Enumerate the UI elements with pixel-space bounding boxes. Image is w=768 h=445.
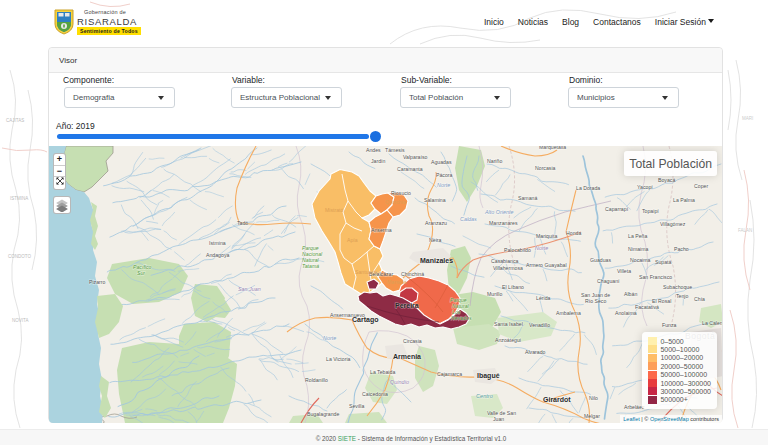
svg-text:Chaguaní: Chaguaní	[597, 278, 620, 284]
svg-text:Pereira: Pereira	[395, 302, 419, 309]
svg-text:Pacho: Pacho	[674, 246, 689, 252]
svg-text:Norte: Norte	[323, 335, 336, 341]
svg-text:Caparrapí: Caparrapí	[605, 206, 629, 212]
svg-text:Nevados: Nevados	[451, 315, 472, 321]
svg-text:Quinchía: Quinchía	[385, 199, 406, 205]
svg-text:Juan: Juan	[493, 416, 504, 422]
svg-text:MARI: MARI	[742, 116, 753, 121]
svg-text:La Peña: La Peña	[628, 233, 647, 239]
svg-text:Nimaima: Nimaima	[628, 246, 649, 252]
svg-text:Facatativá: Facatativá	[635, 304, 659, 310]
svg-text:Honda: Honda	[566, 230, 581, 236]
svg-text:Neira: Neira	[429, 237, 442, 243]
svg-text:Mistrató: Mistrató	[325, 207, 344, 213]
svg-text:Albán: Albán	[624, 291, 637, 297]
svg-text:Apía: Apía	[347, 237, 358, 243]
svg-text:Topaipí: Topaipí	[642, 208, 659, 214]
svg-text:Girardot: Girardot	[543, 396, 571, 403]
svg-text:Manizales: Manizales	[420, 257, 453, 264]
svg-text:La Tebaida: La Tebaida	[370, 369, 395, 375]
svg-text:Guaduas: Guaduas	[590, 257, 611, 263]
svg-text:Bugalagrande: Bugalagrande	[307, 411, 339, 417]
svg-text:Norcasia: Norcasia	[535, 165, 556, 171]
svg-text:Nilo: Nilo	[589, 395, 598, 401]
svg-text:Aguadas: Aguadas	[431, 159, 452, 165]
svg-text:Armenia: Armenia	[393, 353, 421, 360]
svg-text:ISTMINA: ISTMINA	[10, 196, 28, 201]
svg-text:Anzoátegui: Anzoátegui	[495, 337, 521, 343]
svg-text:Santa Isabel: Santa Isabel	[494, 321, 523, 327]
svg-text:Marsella: Marsella	[387, 279, 407, 285]
svg-text:Tenjo: Tenjo	[676, 293, 689, 299]
svg-text:Salamina: Salamina	[424, 197, 446, 203]
svg-text:Venadillo: Venadillo	[529, 322, 550, 328]
svg-text:San Francisco: San Francisco	[639, 274, 672, 280]
svg-text:Támesis: Támesis	[385, 147, 405, 153]
svg-text:Samaná: Samaná	[518, 195, 537, 201]
svg-text:Melgar: Melgar	[584, 413, 600, 419]
svg-text:CAJITAS: CAJITAS	[6, 118, 24, 123]
svg-text:Boyacá: Boyacá	[658, 177, 675, 183]
svg-text:Villagómez: Villagómez	[660, 221, 686, 227]
svg-text:La Palma: La Palma	[673, 197, 695, 203]
svg-text:La Dorada: La Dorada	[576, 185, 600, 191]
svg-text:Coper: Coper	[694, 183, 708, 189]
svg-text:Istmina: Istmina	[209, 240, 226, 246]
svg-text:Yacopí: Yacopí	[637, 184, 653, 190]
svg-text:Aranzazu: Aranzazu	[425, 220, 447, 226]
svg-text:Tatamá: Tatamá	[302, 263, 319, 269]
svg-text:Caldas: Caldas	[460, 216, 477, 222]
svg-text:Norte: Norte	[535, 245, 548, 251]
svg-text:Supatá: Supatá	[655, 259, 672, 265]
svg-text:Jardín: Jardín	[371, 158, 386, 164]
svg-text:Valparaíso: Valparaíso	[403, 154, 428, 160]
svg-text:Palocabildo: Palocabildo	[504, 247, 531, 253]
svg-text:Pácora: Pácora	[436, 172, 453, 178]
svg-text:Marquetalia: Marquetalia	[539, 146, 566, 150]
svg-text:Centro: Centro	[476, 393, 493, 399]
svg-text:Pizarro: Pizarro	[89, 279, 106, 285]
svg-text:Lérida: Lérida	[536, 295, 551, 301]
svg-text:Villeta: Villeta	[617, 268, 631, 274]
svg-text:Subachoque: Subachoque	[663, 284, 692, 290]
svg-text:Cajamarca: Cajamarca	[437, 371, 462, 377]
svg-text:Norte: Norte	[437, 182, 450, 188]
svg-text:Caicedonia: Caicedonia	[362, 391, 388, 397]
svg-text:Circasia: Circasia	[403, 338, 422, 344]
svg-text:Nocaima: Nocaima	[630, 257, 651, 263]
svg-text:Manzanares: Manzanares	[489, 220, 518, 226]
svg-text:Santuario: Santuario	[355, 269, 377, 275]
svg-text:La Victoria: La Victoria	[326, 356, 351, 362]
svg-text:Alvarado: Alvarado	[525, 349, 546, 355]
svg-text:Funza: Funza	[662, 322, 677, 328]
svg-text:Andes: Andes	[366, 147, 381, 153]
svg-text:Villahermosa: Villahermosa	[493, 265, 523, 271]
svg-text:Cartago: Cartago	[352, 316, 378, 324]
svg-text:Caramanta: Caramanta	[397, 166, 423, 172]
svg-text:Armero Guayabal: Armero Guayabal	[526, 262, 567, 268]
svg-text:FALAN: FALAN	[738, 228, 752, 233]
svg-text:Riosucio: Riosucio	[391, 190, 411, 196]
svg-text:La Calera: La Calera	[702, 320, 722, 326]
svg-text:Tadó: Tadó	[237, 220, 248, 226]
svg-text:Nariño: Nariño	[487, 158, 502, 164]
svg-text:Casabianca: Casabianca	[491, 258, 519, 264]
svg-text:Chía: Chía	[694, 296, 705, 302]
svg-text:Quindío: Quindío	[390, 379, 409, 385]
svg-text:Sur: Sur	[137, 270, 145, 276]
svg-text:Alto Oriente: Alto Oriente	[484, 209, 513, 215]
svg-text:Ambalema: Ambalema	[556, 310, 581, 316]
svg-text:CONDOTO: CONDOTO	[8, 254, 31, 259]
svg-text:Mariquita: Mariquita	[536, 233, 557, 239]
svg-text:Anolaima: Anolaima	[615, 310, 637, 316]
svg-text:Río Seco: Río Seco	[585, 298, 606, 304]
svg-text:Chinchiná: Chinchiná	[401, 271, 424, 277]
svg-text:Murillo: Murillo	[487, 291, 502, 297]
svg-text:Andagoya: Andagoya	[206, 252, 229, 258]
svg-text:Ibagué: Ibagué	[477, 372, 500, 380]
svg-text:Sevilla: Sevilla	[349, 403, 364, 409]
svg-text:Roldanillo: Roldanillo	[305, 377, 328, 383]
svg-text:El Líbano: El Líbano	[502, 284, 524, 290]
svg-text:NOVITA: NOVITA	[12, 318, 28, 323]
svg-text:San Juan: San Juan	[238, 286, 261, 292]
